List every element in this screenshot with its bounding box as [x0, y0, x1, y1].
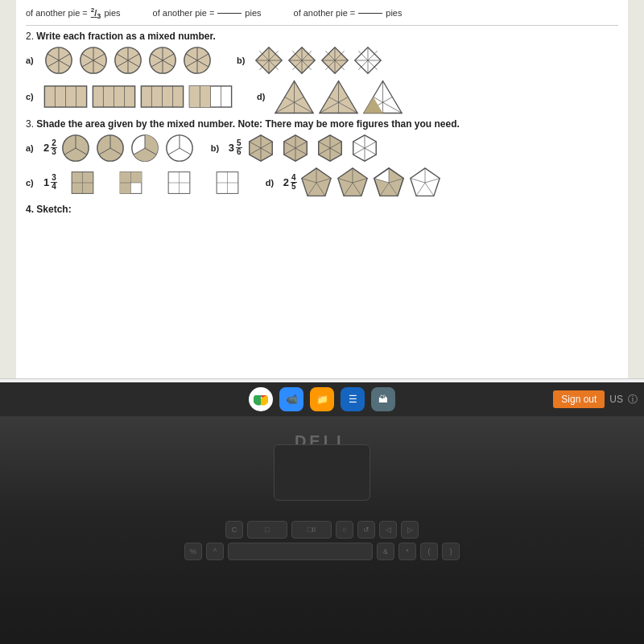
- triangle-2: [319, 79, 359, 115]
- rect-grid-3: [140, 85, 184, 108]
- s2-c-shapes: [43, 85, 233, 108]
- fraction-blank-3: [358, 13, 382, 14]
- key-search[interactable]: ○: [336, 521, 353, 539]
- section2-row-cd: c): [26, 79, 618, 115]
- s3-a-shapes: [60, 133, 195, 163]
- s3-a-den: 3: [51, 148, 57, 156]
- key-space[interactable]: [228, 543, 373, 560]
- files-icon[interactable]: 📁: [310, 387, 334, 411]
- section2-d: d): [257, 79, 403, 115]
- section3-d: d) 2 4 5: [266, 167, 441, 199]
- key-asterisk[interactable]: *: [398, 543, 416, 560]
- section4-label: Sketch:: [36, 204, 71, 215]
- s3-d-whole: 2: [283, 177, 289, 188]
- fraction-answer-1: 2/3: [91, 6, 101, 20]
- section2-a: a): [26, 45, 213, 76]
- key-rparen[interactable]: ): [442, 543, 460, 560]
- s3-c-shapes: [60, 171, 250, 194]
- s3-d-shapes: [300, 167, 441, 199]
- s3-a-whole: 2: [43, 142, 49, 153]
- fraction-unit-2: pies: [245, 8, 261, 18]
- photos-icon[interactable]: 🏔: [371, 387, 395, 411]
- s3-c-label: c): [26, 178, 40, 188]
- triangle-1: [275, 79, 315, 115]
- key-window[interactable]: □: [247, 521, 287, 539]
- section3-number: 3.: [26, 118, 36, 130]
- s3-pent-3-partial: [373, 167, 405, 199]
- top-fractions-row: of another pie = 2/3 pies of another pie…: [26, 5, 618, 26]
- s3-c-whole: 1: [43, 177, 49, 188]
- chrome-icon[interactable]: [249, 387, 273, 411]
- rect-grid-4-partial: [188, 85, 233, 108]
- key-ampersand[interactable]: &: [377, 543, 394, 560]
- s2-b-shapes: [254, 46, 382, 75]
- s3-d-label: d): [266, 178, 280, 188]
- key-brightness-up[interactable]: ▷: [401, 521, 419, 539]
- s3-hex-4-empty: [349, 133, 380, 163]
- section2-row-ab: a): [26, 45, 618, 76]
- section2-number: 2.: [26, 31, 36, 42]
- section2-c: c): [26, 79, 233, 115]
- s3-c-den: 4: [51, 183, 57, 191]
- section3-b: b) 3 5 6: [211, 133, 380, 163]
- s3-circle-2: [95, 133, 126, 163]
- sign-out-button[interactable]: Sign out: [553, 390, 605, 408]
- laptop-body: DELL C □ □II ○ ↺ ◁ ▷ % ^ & * ( ): [0, 416, 644, 644]
- pie-4: [147, 45, 178, 76]
- trackpad[interactable]: [274, 444, 370, 501]
- pie-2: [78, 45, 109, 76]
- key-brightness-down[interactable]: ◁: [379, 521, 397, 539]
- taskbar-right: Sign out US ⓘ: [553, 390, 638, 408]
- fraction-label-2: of another pie =: [153, 8, 215, 18]
- s3-pent-2: [336, 167, 369, 199]
- section3-row-cd: c) 1 3 4: [26, 167, 618, 199]
- s3-circle-4-empty: [164, 133, 195, 163]
- keyboard-row-bottom: % ^ & * ( ): [8, 543, 636, 560]
- fraction-blank-2: [217, 13, 242, 14]
- diamond-4-partial: [353, 46, 382, 75]
- s3-hex-2: [280, 133, 311, 163]
- key-caret[interactable]: ^: [206, 543, 224, 560]
- s2-d-shapes: [275, 79, 403, 115]
- s2-b-label: b): [237, 56, 251, 65]
- s3-pent-4-empty: [409, 167, 441, 199]
- zoom-app-icon[interactable]: 📹: [279, 387, 303, 411]
- fraction-item-2: of another pie = pies: [153, 6, 262, 20]
- taskbar: 📹 📁 ☰ 🏔 Sign out US ⓘ: [0, 382, 644, 416]
- s3-c-mixed: 1 3 4: [43, 174, 57, 191]
- s3-d-den: 5: [291, 183, 297, 191]
- s2-a-label: a): [26, 56, 40, 65]
- docs-app-icon[interactable]: ☰: [341, 387, 365, 411]
- key-c[interactable]: C: [225, 521, 243, 539]
- keyboard: C □ □II ○ ↺ ◁ ▷ % ^ & * ( ): [8, 521, 636, 560]
- s3-grid-2: [109, 171, 153, 194]
- s3-d-mixed: 2 4 5: [283, 174, 297, 191]
- key-overview[interactable]: □II: [291, 521, 332, 539]
- pie-3: [113, 45, 143, 76]
- section3-c: c) 1 3 4: [26, 167, 250, 199]
- s3-grid-1: [60, 171, 105, 194]
- fraction-label-3: of another pie =: [294, 8, 356, 18]
- key-refresh[interactable]: ↺: [357, 521, 375, 539]
- s3-b-whole: 3: [229, 142, 234, 153]
- worksheet: of another pie = 2/3 pies of another pie…: [16, 0, 628, 378]
- s3-a-label: a): [26, 143, 40, 153]
- section2-header: 2. Write each fraction as a mixed number…: [26, 31, 618, 42]
- rect-grid-2: [92, 85, 136, 108]
- s3-grid-4-empty: [205, 171, 250, 194]
- section4-number: 4.: [26, 204, 36, 215]
- s3-a-frac: 2 3: [51, 139, 57, 156]
- s3-d-frac: 4 5: [291, 174, 297, 191]
- key-percent[interactable]: %: [184, 543, 202, 560]
- laptop-surface: DELL: [0, 416, 644, 513]
- s3-circle-1: [60, 133, 91, 163]
- section3-a: a) 2 2 3: [26, 133, 195, 163]
- svg-rect-122: [120, 171, 130, 182]
- fraction-label-1: of another pie =: [26, 8, 88, 18]
- s3-b-mixed: 3 5 6: [229, 139, 242, 156]
- s3-pent-1: [300, 167, 332, 199]
- key-lparen[interactable]: (: [420, 543, 438, 560]
- svg-rect-69: [200, 86, 210, 107]
- s3-hex-3: [315, 133, 345, 163]
- diamond-2: [287, 46, 316, 75]
